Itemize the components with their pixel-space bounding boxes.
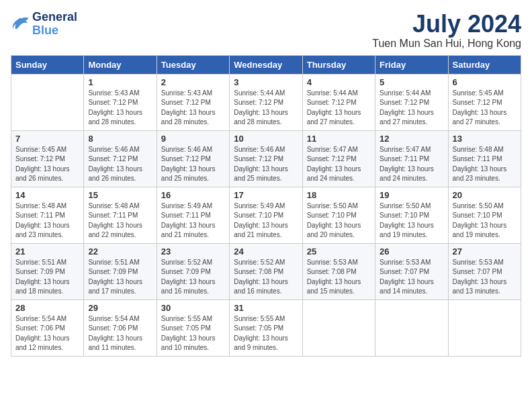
logo-text: General Blue (32, 11, 77, 38)
calendar-cell: 10Sunrise: 5:46 AM Sunset: 7:12 PM Dayli… (230, 130, 302, 187)
calendar-cell: 27Sunrise: 5:53 AM Sunset: 7:07 PM Dayli… (448, 243, 521, 300)
day-info: Sunrise: 5:54 AM Sunset: 7:06 PM Dayligh… (15, 314, 79, 353)
calendar-week-row: 21Sunrise: 5:51 AM Sunset: 7:09 PM Dayli… (11, 243, 521, 300)
page-header: General Blue July 2024 Tuen Mun San Hui,… (11, 11, 521, 50)
calendar-cell: 7Sunrise: 5:45 AM Sunset: 7:12 PM Daylig… (11, 130, 84, 187)
day-info: Sunrise: 5:53 AM Sunset: 7:08 PM Dayligh… (307, 258, 371, 297)
calendar-cell: 23Sunrise: 5:52 AM Sunset: 7:09 PM Dayli… (157, 243, 229, 300)
day-number: 26 (380, 246, 443, 257)
day-info: Sunrise: 5:53 AM Sunset: 7:07 PM Dayligh… (380, 258, 443, 297)
day-info: Sunrise: 5:50 AM Sunset: 7:10 PM Dayligh… (307, 201, 371, 240)
day-number: 27 (453, 246, 517, 257)
day-info: Sunrise: 5:54 AM Sunset: 7:06 PM Dayligh… (88, 314, 152, 353)
calendar-cell: 2Sunrise: 5:43 AM Sunset: 7:12 PM Daylig… (157, 74, 229, 130)
day-number: 14 (15, 190, 79, 200)
day-number: 10 (234, 134, 298, 144)
calendar-cell (448, 300, 521, 356)
day-info: Sunrise: 5:50 AM Sunset: 7:10 PM Dayligh… (380, 201, 443, 240)
day-info: Sunrise: 5:44 AM Sunset: 7:12 PM Dayligh… (380, 89, 443, 128)
day-number: 8 (88, 134, 152, 144)
calendar-cell: 22Sunrise: 5:51 AM Sunset: 7:09 PM Dayli… (84, 243, 157, 300)
calendar-week-row: 14Sunrise: 5:48 AM Sunset: 7:11 PM Dayli… (11, 187, 521, 243)
calendar-cell (11, 74, 84, 130)
day-number: 15 (88, 190, 152, 200)
day-number: 30 (161, 303, 225, 313)
calendar-cell: 17Sunrise: 5:49 AM Sunset: 7:10 PM Dayli… (230, 187, 302, 243)
day-info: Sunrise: 5:48 AM Sunset: 7:11 PM Dayligh… (453, 145, 517, 184)
calendar-cell: 18Sunrise: 5:50 AM Sunset: 7:10 PM Dayli… (302, 187, 375, 243)
weekday-header-monday: Monday (84, 55, 157, 74)
day-number: 21 (15, 246, 79, 257)
calendar-cell: 31Sunrise: 5:55 AM Sunset: 7:05 PM Dayli… (230, 300, 302, 356)
day-number: 31 (234, 303, 298, 313)
calendar-cell: 9Sunrise: 5:46 AM Sunset: 7:12 PM Daylig… (157, 130, 229, 187)
weekday-header-row: SundayMondayTuesdayWednesdayThursdayFrid… (11, 55, 521, 74)
location-title: Tuen Mun San Hui, Hong Kong (372, 38, 521, 50)
day-info: Sunrise: 5:45 AM Sunset: 7:12 PM Dayligh… (15, 145, 79, 184)
day-info: Sunrise: 5:51 AM Sunset: 7:09 PM Dayligh… (15, 258, 79, 297)
day-info: Sunrise: 5:45 AM Sunset: 7:12 PM Dayligh… (453, 89, 517, 128)
calendar-cell: 14Sunrise: 5:48 AM Sunset: 7:11 PM Dayli… (11, 187, 84, 243)
day-info: Sunrise: 5:44 AM Sunset: 7:12 PM Dayligh… (234, 89, 298, 128)
day-number: 24 (234, 246, 298, 257)
calendar-cell: 20Sunrise: 5:50 AM Sunset: 7:10 PM Dayli… (448, 187, 521, 243)
day-info: Sunrise: 5:46 AM Sunset: 7:12 PM Dayligh… (234, 145, 298, 184)
calendar-cell: 12Sunrise: 5:47 AM Sunset: 7:11 PM Dayli… (375, 130, 448, 187)
day-info: Sunrise: 5:49 AM Sunset: 7:10 PM Dayligh… (234, 201, 298, 240)
day-number: 2 (161, 77, 225, 87)
day-info: Sunrise: 5:51 AM Sunset: 7:09 PM Dayligh… (88, 258, 152, 297)
day-number: 13 (453, 134, 517, 144)
day-number: 3 (234, 77, 298, 87)
day-number: 23 (161, 246, 225, 257)
day-number: 17 (234, 190, 298, 200)
calendar-cell: 25Sunrise: 5:53 AM Sunset: 7:08 PM Dayli… (302, 243, 375, 300)
day-number: 29 (88, 303, 152, 313)
day-info: Sunrise: 5:44 AM Sunset: 7:12 PM Dayligh… (307, 89, 371, 128)
day-info: Sunrise: 5:48 AM Sunset: 7:11 PM Dayligh… (88, 201, 152, 240)
day-info: Sunrise: 5:55 AM Sunset: 7:05 PM Dayligh… (234, 314, 298, 353)
day-number: 22 (88, 246, 152, 257)
day-number: 18 (307, 190, 371, 200)
day-number: 7 (15, 134, 79, 144)
day-info: Sunrise: 5:43 AM Sunset: 7:12 PM Dayligh… (88, 89, 152, 128)
calendar-cell: 29Sunrise: 5:54 AM Sunset: 7:06 PM Dayli… (84, 300, 157, 356)
calendar-week-row: 1Sunrise: 5:43 AM Sunset: 7:12 PM Daylig… (11, 74, 521, 130)
logo-icon (11, 15, 30, 34)
calendar-cell: 3Sunrise: 5:44 AM Sunset: 7:12 PM Daylig… (230, 74, 302, 130)
weekday-header-wednesday: Wednesday (230, 55, 302, 74)
day-info: Sunrise: 5:50 AM Sunset: 7:10 PM Dayligh… (453, 201, 517, 240)
day-info: Sunrise: 5:47 AM Sunset: 7:12 PM Dayligh… (307, 145, 371, 184)
calendar-cell: 1Sunrise: 5:43 AM Sunset: 7:12 PM Daylig… (84, 74, 157, 130)
calendar-cell: 15Sunrise: 5:48 AM Sunset: 7:11 PM Dayli… (84, 187, 157, 243)
day-info: Sunrise: 5:46 AM Sunset: 7:12 PM Dayligh… (88, 145, 152, 184)
day-info: Sunrise: 5:48 AM Sunset: 7:11 PM Dayligh… (15, 201, 79, 240)
day-info: Sunrise: 5:49 AM Sunset: 7:11 PM Dayligh… (161, 201, 225, 240)
day-info: Sunrise: 5:47 AM Sunset: 7:11 PM Dayligh… (380, 145, 443, 184)
day-number: 19 (380, 190, 443, 200)
calendar-week-row: 7Sunrise: 5:45 AM Sunset: 7:12 PM Daylig… (11, 130, 521, 187)
calendar-cell: 13Sunrise: 5:48 AM Sunset: 7:11 PM Dayli… (448, 130, 521, 187)
weekday-header-saturday: Saturday (448, 55, 521, 74)
day-info: Sunrise: 5:46 AM Sunset: 7:12 PM Dayligh… (161, 145, 225, 184)
calendar-cell: 11Sunrise: 5:47 AM Sunset: 7:12 PM Dayli… (302, 130, 375, 187)
calendar-cell: 6Sunrise: 5:45 AM Sunset: 7:12 PM Daylig… (448, 74, 521, 130)
calendar-cell: 30Sunrise: 5:55 AM Sunset: 7:05 PM Dayli… (157, 300, 229, 356)
calendar-table: SundayMondayTuesdayWednesdayThursdayFrid… (11, 55, 521, 357)
day-number: 16 (161, 190, 225, 200)
day-info: Sunrise: 5:55 AM Sunset: 7:05 PM Dayligh… (161, 314, 225, 353)
day-number: 6 (453, 77, 517, 87)
calendar-cell: 4Sunrise: 5:44 AM Sunset: 7:12 PM Daylig… (302, 74, 375, 130)
calendar-cell: 5Sunrise: 5:44 AM Sunset: 7:12 PM Daylig… (375, 74, 448, 130)
day-number: 9 (161, 134, 225, 144)
calendar-cell (302, 300, 375, 356)
calendar-cell: 8Sunrise: 5:46 AM Sunset: 7:12 PM Daylig… (84, 130, 157, 187)
calendar-cell: 16Sunrise: 5:49 AM Sunset: 7:11 PM Dayli… (157, 187, 229, 243)
calendar-cell: 28Sunrise: 5:54 AM Sunset: 7:06 PM Dayli… (11, 300, 84, 356)
day-info: Sunrise: 5:43 AM Sunset: 7:12 PM Dayligh… (161, 89, 225, 128)
calendar-cell: 26Sunrise: 5:53 AM Sunset: 7:07 PM Dayli… (375, 243, 448, 300)
day-info: Sunrise: 5:53 AM Sunset: 7:07 PM Dayligh… (453, 258, 517, 297)
calendar-week-row: 28Sunrise: 5:54 AM Sunset: 7:06 PM Dayli… (11, 300, 521, 356)
title-block: July 2024 Tuen Mun San Hui, Hong Kong (372, 11, 521, 50)
day-info: Sunrise: 5:52 AM Sunset: 7:08 PM Dayligh… (234, 258, 298, 297)
day-number: 25 (307, 246, 371, 257)
